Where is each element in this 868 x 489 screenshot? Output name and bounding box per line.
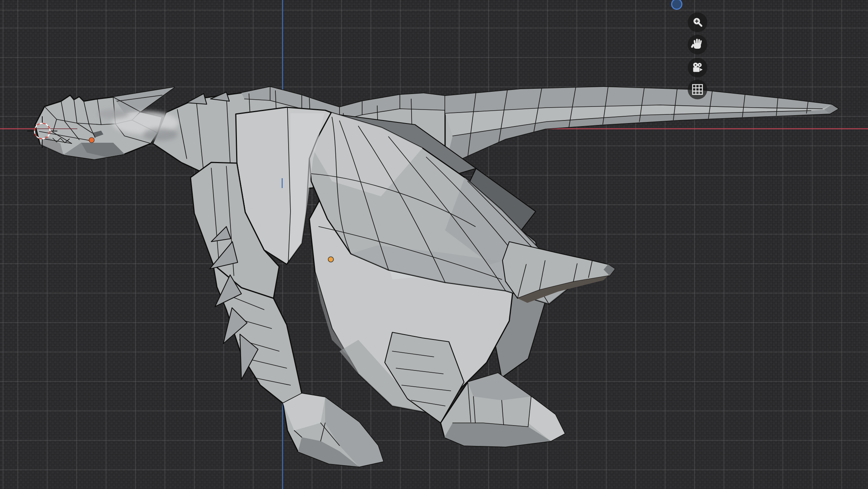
hand-icon <box>688 35 707 54</box>
object-origin-dot <box>89 137 94 143</box>
zoom-button[interactable] <box>688 12 707 32</box>
dragon-mesh[interactable] <box>35 87 838 467</box>
blender-3d-viewport[interactable] <box>0 0 868 489</box>
magnifier-plus-icon <box>688 12 707 32</box>
camera-icon <box>688 58 707 77</box>
scene-canvas <box>0 0 868 489</box>
neck-spike <box>187 94 207 104</box>
pan-button[interactable] <box>688 35 707 54</box>
dragon-tail <box>445 87 838 166</box>
camera-view-button[interactable] <box>688 58 707 77</box>
grid-icon <box>688 80 707 99</box>
perspective-toggle-button[interactable] <box>688 80 707 99</box>
dragon-front-foot <box>283 393 383 467</box>
object-origin-dot <box>328 257 333 262</box>
